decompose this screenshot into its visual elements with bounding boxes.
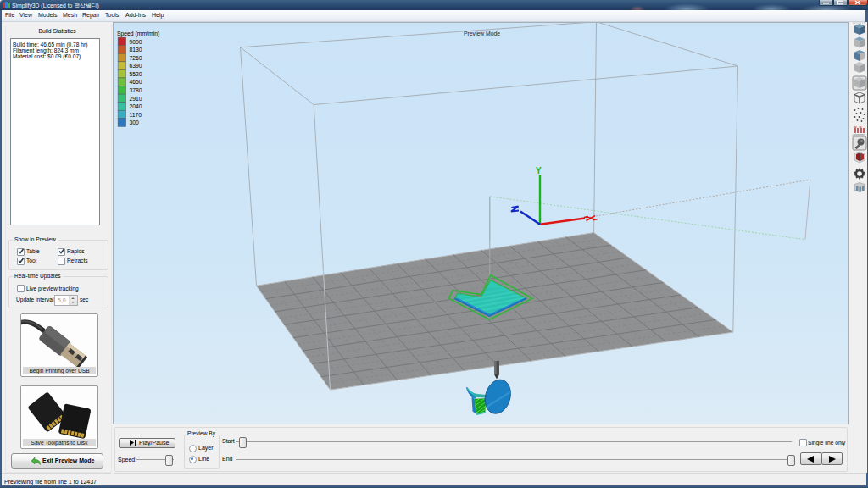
svg-text:4650: 4650 (130, 79, 142, 85)
svg-text:300: 300 (130, 119, 140, 125)
svg-text:6390: 6390 (130, 63, 142, 69)
svg-text:Preview Mode: Preview Mode (464, 30, 500, 36)
svg-text:8130: 8130 (130, 47, 142, 53)
svg-text:5520: 5520 (130, 71, 142, 77)
svg-text:9000: 9000 (130, 39, 142, 45)
svg-text:7260: 7260 (130, 55, 142, 61)
svg-text:2040: 2040 (130, 103, 142, 109)
svg-text:1170: 1170 (130, 112, 142, 118)
svg-text:2910: 2910 (130, 96, 142, 102)
svg-text:3780: 3780 (130, 87, 142, 93)
svg-text:Speed (mm/min): Speed (mm/min) (117, 30, 159, 37)
svg-text:Y: Y (536, 166, 542, 175)
